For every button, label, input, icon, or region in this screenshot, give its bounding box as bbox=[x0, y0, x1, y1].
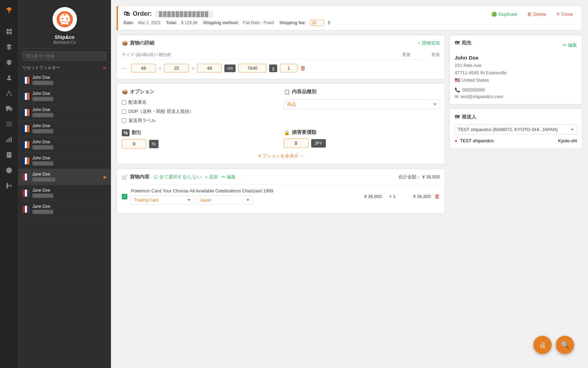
shopping-bag-icon: 🛍 bbox=[124, 10, 130, 18]
duplicate-button[interactable]: 🟢 Duplicate bbox=[488, 10, 521, 18]
item-id: XXXXXXX4.1 bbox=[32, 177, 56, 182]
nav-icon-network[interactable] bbox=[3, 87, 15, 100]
product-origin-select[interactable]: Japan USA China bbox=[197, 196, 253, 205]
percent-button[interactable]: % bbox=[149, 140, 159, 148]
list-item[interactable]: Jane Doe XXXXXXX4.1 ▶ bbox=[18, 169, 111, 185]
nav-icon-logout[interactable] bbox=[3, 179, 15, 192]
nav-icon-truck[interactable] bbox=[3, 102, 15, 115]
quantity-input[interactable] bbox=[280, 64, 298, 73]
plus-icon: + bbox=[205, 175, 208, 180]
cargo-content-section: 🛒 貨物内容 ☑ 全て選択する/しない + 追加 bbox=[117, 169, 445, 213]
add-cargo-button[interactable]: + 貨物追加 bbox=[418, 40, 440, 46]
left-navigation: ? bbox=[0, 0, 18, 368]
delete-button[interactable]: 🗑 Delete bbox=[524, 10, 550, 18]
damage-row: JPY bbox=[284, 138, 440, 148]
size-header: サイズ (縦x横x高) / 梱包材 bbox=[122, 52, 171, 58]
edit-recipient-button[interactable]: ✏ 編集 bbox=[563, 42, 577, 48]
total-amount: 合計金額： ¥ 36,800 bbox=[398, 174, 440, 180]
cargo-section-header: 📦 貨物の詳細 + 貨物追加 bbox=[122, 40, 440, 46]
nav-icon-rocket[interactable] bbox=[3, 4, 15, 17]
show-all-options-button[interactable]: オプションを全表示 → bbox=[122, 153, 440, 159]
nav-icon-box[interactable] bbox=[3, 41, 15, 53]
search-fab-button[interactable]: 🔍 bbox=[556, 336, 574, 354]
discount-col: % 割引 % bbox=[122, 129, 278, 149]
discount-input[interactable] bbox=[122, 139, 146, 149]
dim2-input[interactable] bbox=[164, 64, 189, 73]
weight-header: 重量 bbox=[402, 52, 411, 58]
recipient-title: 🗺 宛先 bbox=[455, 40, 471, 46]
options-right: 📋 内容品種別 商品 書類 ギフト サンプル その他 bbox=[284, 89, 440, 124]
return-label-checkbox[interactable]: 返送用ラベル bbox=[122, 117, 278, 124]
package-icon: 📦 bbox=[122, 40, 128, 46]
close-button[interactable]: ✕ Close bbox=[553, 10, 576, 18]
nav-icon-grid[interactable] bbox=[3, 25, 15, 38]
recipient-panel: 🗺 宛先 ✏ 編集 John Doe 221 Reis Ave 47711-45… bbox=[449, 35, 582, 104]
sender-status-dot: ● bbox=[455, 138, 457, 143]
sender-name: TEST shipandco bbox=[460, 138, 493, 143]
list-item[interactable]: Jane Doe XXXXXXX.1 bbox=[18, 185, 111, 201]
list-item[interactable]: John Doe XXXXXXX.1 bbox=[18, 121, 111, 137]
svg-rect-19 bbox=[8, 138, 9, 142]
list-item[interactable]: John Doe XXXXXXX.1 bbox=[18, 88, 111, 104]
item-id: XXXXXXX.1 bbox=[32, 129, 54, 134]
sidebar-filter-row[interactable]: リセットフィルター ✕ bbox=[18, 63, 111, 72]
delivery-sign-input[interactable] bbox=[122, 100, 126, 105]
ddp-input[interactable] bbox=[122, 109, 126, 114]
flag-icon bbox=[22, 93, 29, 100]
list-item[interactable]: John Doe XXXXXXX.1 bbox=[18, 104, 111, 121]
item-id: XXXXXXX.1 bbox=[32, 210, 54, 214]
add-item-button[interactable]: + 追加 bbox=[205, 174, 218, 180]
delete-row-button[interactable]: 🗑 bbox=[300, 65, 306, 71]
svg-line-9 bbox=[7, 92, 9, 95]
dim3-input[interactable] bbox=[197, 64, 222, 73]
options-icon: 📦 bbox=[122, 89, 128, 95]
check-icon: ☑ bbox=[154, 175, 158, 180]
svg-rect-21 bbox=[7, 152, 11, 158]
dim1-input[interactable] bbox=[131, 64, 156, 73]
list-item[interactable]: John Doe XXXXXXX.1 bbox=[18, 153, 111, 169]
product-type-select[interactable]: Trading Card Collectible Card Game bbox=[131, 196, 194, 205]
search-input[interactable] bbox=[22, 52, 107, 61]
nav-icon-doc[interactable] bbox=[3, 149, 15, 161]
damage-input[interactable] bbox=[284, 138, 308, 148]
edit-items-button[interactable]: ✏ 編集 bbox=[222, 174, 236, 180]
sidebar: Ship&co Bertrand Co リセットフィルター ✕ John Doe… bbox=[18, 0, 111, 368]
content-actions: ☑ 全て選択する/しない + 追加 ✏ 編集 bbox=[154, 174, 236, 180]
nav-icon-help[interactable]: ? bbox=[3, 164, 15, 177]
delete-product-button[interactable]: 🗑 bbox=[434, 193, 440, 200]
nav-icon-chart[interactable] bbox=[3, 133, 15, 146]
weight-input[interactable] bbox=[238, 64, 266, 73]
return-label-input[interactable] bbox=[122, 118, 126, 123]
flag-icon bbox=[22, 77, 29, 84]
delivery-sign-checkbox[interactable]: 配達署名 bbox=[122, 99, 278, 105]
content-type-select[interactable]: 商品 書類 ギフト サンプル その他 bbox=[284, 99, 440, 109]
nav-icon-layers[interactable] bbox=[3, 56, 15, 69]
list-item[interactable]: John Doe XXXXXXX.1 bbox=[18, 137, 111, 153]
select-all-button[interactable]: ☑ 全て選択する/しない bbox=[154, 174, 202, 180]
item-id: XXXXXXX.1 bbox=[32, 81, 54, 85]
avatar bbox=[52, 7, 77, 32]
left-column: 📦 貨物の詳細 + 貨物追加 サイズ (縦x横x高) / 梱包材 重量 数量 bbox=[117, 35, 445, 218]
currency-button[interactable]: JPY bbox=[311, 139, 326, 148]
filter-clear-icon[interactable]: ✕ bbox=[103, 65, 107, 71]
nav-icon-list[interactable] bbox=[3, 118, 15, 130]
email-row: ✉ test@shipandco.com bbox=[455, 94, 577, 99]
nav-icon-user[interactable] bbox=[3, 71, 15, 84]
weight-unit-label: g bbox=[269, 64, 277, 72]
ddp-checkbox[interactable]: DDP（送料・関税 荷送人負担） bbox=[122, 108, 278, 115]
recipient-phone: 000000000 bbox=[462, 87, 485, 93]
quantity-header: 数量 bbox=[432, 52, 440, 58]
order-header: 🛍 Order: ████████████ Date: Mar 2, 2023 … bbox=[117, 6, 582, 30]
list-item[interactable]: John Doe XXXXXXX.1 bbox=[18, 72, 111, 88]
svg-point-14 bbox=[10, 110, 12, 111]
shipping-fee-input[interactable] bbox=[310, 20, 324, 26]
phone-icon: 📞 bbox=[455, 87, 460, 93]
item-name: John Doe bbox=[32, 75, 107, 80]
sender-select[interactable]: TEST shipandco (6048072, KYOTO-SHI, JAPA… bbox=[455, 124, 577, 135]
dim-separator-1: × bbox=[159, 66, 161, 71]
recipient-panel-header: 🗺 宛先 ✏ 編集 bbox=[455, 40, 577, 50]
print-fab-button[interactable]: 🖨 bbox=[533, 336, 552, 354]
main-area: 🛍 Order: ████████████ Date: Mar 2, 2023 … bbox=[111, 0, 588, 368]
list-item[interactable]: Jane Doe XXXXXXX.1 bbox=[18, 201, 111, 217]
product-checkbox[interactable]: ✓ bbox=[122, 194, 127, 199]
